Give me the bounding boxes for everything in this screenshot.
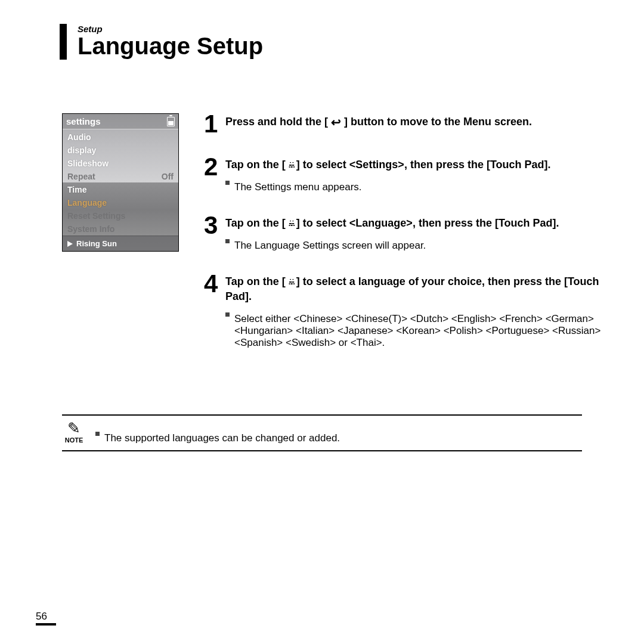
back-arrow-icon: ↩ <box>331 114 341 131</box>
menu-item: System Info <box>63 222 178 236</box>
step-number: 1 <box>204 113 221 135</box>
bullet-icon <box>225 312 230 317</box>
step-bullet: The Settings menu appears. <box>225 177 608 193</box>
step: 1 Press and hold the [ ↩ ] button to mov… <box>204 113 608 135</box>
note-pencil-icon: ✎ <box>67 420 80 436</box>
bullet-icon <box>225 239 230 243</box>
menu-item: RepeatOff <box>63 170 178 183</box>
page-header: Setup Language Setup <box>60 24 608 60</box>
touchpad-dots-icon: .·˙·. .·˙·. <box>289 218 293 229</box>
step: 2 Tap on the [ .·˙·. .·˙·. ] to select <… <box>204 156 608 193</box>
bullet-icon <box>95 432 100 436</box>
now-playing-bar: Rising Sun <box>63 236 178 251</box>
step-title: Tap on the [ .·˙·. .·˙·. ] to select a l… <box>225 274 608 304</box>
note-label: NOTE <box>65 436 83 444</box>
menu-item: Reset Settings <box>63 209 178 222</box>
step-bullet: Select either <Chinese> <Chinese(T)> <Du… <box>225 308 608 349</box>
step: 4 Tap on the [ .·˙·. .·˙·. ] to select a… <box>204 273 608 349</box>
step-number: 4 <box>204 273 221 349</box>
step-title: Tap on the [ .·˙·. .·˙·. ] to select <La… <box>225 216 608 230</box>
menu-item: Slideshow <box>63 157 178 170</box>
menu-item: Audio <box>63 131 178 144</box>
device-screenshot: settings Audio display Slideshow RepeatO… <box>62 113 179 367</box>
menu-item-selected: Language <box>63 196 178 209</box>
note-bullet: The supported languages can be changed o… <box>95 428 581 444</box>
now-playing-title: Rising Sun <box>76 239 117 248</box>
screen-title: settings <box>66 116 101 126</box>
step-title: Press and hold the [ ↩ ] button to move … <box>225 114 608 131</box>
screen-header: settings <box>63 114 178 129</box>
battery-icon <box>167 117 175 126</box>
menu-item: display <box>63 144 178 157</box>
step-number: 2 <box>204 156 221 193</box>
page-number-underline <box>36 623 56 626</box>
step: 3 Tap on the [ .·˙·. .·˙·. ] to select <… <box>204 215 608 252</box>
bullet-icon <box>225 181 230 185</box>
page-number: 56 <box>36 611 47 623</box>
step-bullet: The Language Settings screen will appear… <box>225 235 608 252</box>
step-number: 3 <box>204 215 221 252</box>
step-title: Tap on the [ .·˙·. .·˙·. ] to select <Se… <box>225 157 608 172</box>
touchpad-dots-icon: .·˙·. .·˙·. <box>289 160 293 171</box>
touchpad-dots-icon: .·˙·. .·˙·. <box>289 277 293 287</box>
steps-list: 1 Press and hold the [ ↩ ] button to mov… <box>204 113 608 367</box>
menu-item: Time <box>63 183 178 196</box>
menu-list: Audio display Slideshow RepeatOff Time L… <box>63 129 178 236</box>
page-title: Language Setup <box>78 33 608 60</box>
play-icon <box>67 241 73 247</box>
note-block: ✎ NOTE The supported languages can be ch… <box>62 414 582 451</box>
